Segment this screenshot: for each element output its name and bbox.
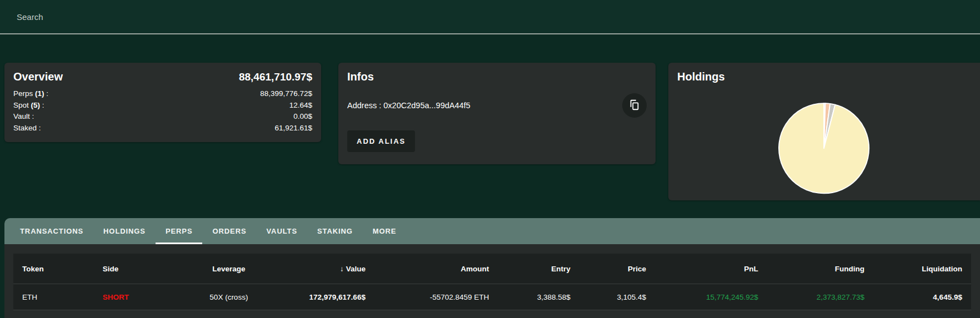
overview-row-value: 12.64$	[289, 100, 312, 112]
holdings-pie-chart	[677, 83, 971, 199]
overview-row-perps: Perps (1) : 88,399,776.72$	[13, 88, 312, 100]
sort-descending-icon: ↓	[340, 265, 344, 273]
overview-row-value: 88,399,776.72$	[260, 88, 312, 100]
overview-row-label: Vault :	[13, 111, 34, 123]
cell-liquidation: 4,645.9$	[873, 293, 971, 301]
add-alias-button[interactable]: ADD ALIAS	[347, 130, 415, 152]
infos-card: Infos Address : 0x20C2d95a...99dA44f5 AD…	[338, 63, 656, 164]
search-bar	[0, 0, 980, 34]
column-header-liquidation[interactable]: Liquidation	[873, 265, 971, 273]
wallet-address: Address : 0x20C2d95a...99dA44f5	[347, 101, 471, 110]
overview-row-vault: Vault : 0.00$	[13, 111, 312, 123]
table-header-row: Token Side Leverage ↓Value Amount Entry …	[13, 254, 971, 284]
cell-entry: 3,388.58$	[498, 293, 579, 301]
overview-row-label: Staked :	[13, 123, 41, 134]
overview-card: Overview 88,461,710.97$ Perps (1) : 88,3…	[4, 63, 321, 142]
tab-perps[interactable]: PERPS	[156, 218, 203, 244]
holdings-title: Holdings	[677, 70, 971, 83]
cell-side: SHORT	[94, 293, 182, 301]
cell-amount: -55702.8459 ETH	[374, 293, 498, 301]
copy-address-button[interactable]	[622, 93, 647, 118]
cell-funding: 2,373,827.73$	[767, 293, 873, 301]
copy-icon	[628, 99, 641, 113]
cell-token: ETH	[13, 293, 94, 301]
column-header-value[interactable]: ↓Value	[276, 265, 374, 273]
cell-value: 172,979,617.66$	[276, 293, 374, 301]
overview-row-label: Perps (1) :	[13, 88, 48, 100]
overview-row-label: Spot (5) :	[13, 100, 44, 112]
table-row[interactable]: ETH SHORT 50X (cross) 172,979,617.66$ -5…	[13, 284, 971, 310]
column-header-token[interactable]: Token	[13, 265, 94, 273]
cell-leverage: 50X (cross)	[182, 293, 276, 301]
cell-price: 3,105.4$	[579, 293, 655, 301]
tab-holdings[interactable]: HOLDINGS	[93, 218, 156, 244]
summary-cards-row: Overview 88,461,710.97$ Perps (1) : 88,3…	[0, 63, 980, 200]
tab-orders[interactable]: ORDERS	[202, 218, 256, 244]
perps-positions-table: Token Side Leverage ↓Value Amount Entry …	[13, 254, 971, 310]
tab-more[interactable]: MORE	[363, 218, 407, 244]
overview-total-value: 88,461,710.97$	[239, 71, 312, 83]
tab-vaults[interactable]: VAULTS	[257, 218, 307, 244]
pie-chart-svg	[677, 83, 971, 199]
overview-row-spot: Spot (5) : 12.64$	[13, 100, 312, 112]
overview-title: Overview	[13, 70, 63, 83]
overview-row-staked: Staked : 61,921.61$	[13, 123, 312, 134]
overview-row-value: 0.00$	[293, 111, 312, 123]
column-header-amount[interactable]: Amount	[374, 265, 498, 273]
tab-transactions[interactable]: TRANSACTIONS	[10, 218, 93, 244]
tab-bar: TRANSACTIONS HOLDINGS PERPS ORDERS VAULT…	[4, 218, 980, 244]
infos-title: Infos	[347, 70, 647, 83]
column-header-entry[interactable]: Entry	[498, 265, 579, 273]
search-input[interactable]	[17, 12, 963, 22]
cell-pnl: 15,774,245.92$	[655, 293, 767, 301]
tab-staking[interactable]: STAKING	[307, 218, 363, 244]
column-header-side[interactable]: Side	[94, 265, 182, 273]
column-header-funding[interactable]: Funding	[767, 265, 873, 273]
column-header-price[interactable]: Price	[579, 265, 655, 273]
overview-row-value: 61,921.61$	[274, 123, 312, 134]
tab-content-panel: Token Side Leverage ↓Value Amount Entry …	[4, 244, 980, 318]
column-header-pnl[interactable]: PnL	[655, 265, 767, 273]
holdings-card: Holdings	[668, 63, 980, 200]
column-header-leverage[interactable]: Leverage	[182, 265, 276, 273]
